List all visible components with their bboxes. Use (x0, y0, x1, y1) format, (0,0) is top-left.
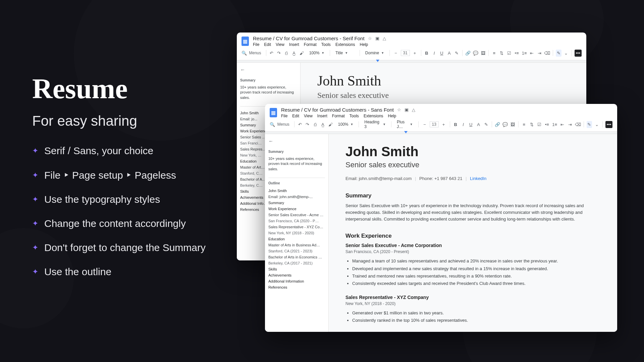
checklist-icon[interactable]: ☑ (537, 121, 542, 128)
line-spacing-icon[interactable]: ⇅ (529, 121, 535, 128)
spellcheck-icon[interactable]: A̲ (320, 121, 326, 128)
clear-format-icon[interactable]: ⌫ (544, 50, 550, 57)
checklist-icon[interactable]: ☑ (506, 50, 512, 57)
font-size-input[interactable]: 31 (401, 50, 410, 56)
font-select[interactable]: Plus J…▼ (394, 120, 416, 128)
outline-item[interactable]: Achievements (268, 272, 325, 278)
bold-icon[interactable]: B (453, 121, 459, 128)
dec-font-icon[interactable]: − (421, 121, 428, 128)
outline-item[interactable]: Additional Information (268, 278, 325, 284)
highlight-icon[interactable]: ✎ (483, 121, 489, 128)
bold-icon[interactable]: B (424, 50, 429, 57)
bulleted-list-icon[interactable]: •≡ (544, 121, 550, 128)
ruler[interactable] (237, 60, 586, 63)
outline-item[interactable]: References (268, 284, 325, 290)
clear-format-icon[interactable]: ⌫ (575, 121, 581, 128)
zoom-select[interactable]: 100%▼ (335, 120, 356, 128)
numbered-list-icon[interactable]: 1≡ (522, 50, 527, 57)
menu-view[interactable]: View (304, 114, 313, 118)
comment-icon[interactable]: 💬 (473, 50, 478, 57)
outline-item[interactable]: Work Experience (268, 206, 325, 212)
cloud-icon[interactable]: △ (412, 107, 415, 112)
menu-help[interactable]: Help (388, 114, 396, 118)
menu-view[interactable]: View (276, 42, 284, 47)
move-icon[interactable]: ▣ (405, 107, 409, 112)
undo-icon[interactable]: ↶ (269, 50, 274, 57)
menu-insert[interactable]: Insert (317, 114, 327, 118)
search-menus[interactable]: Menus (249, 51, 261, 55)
redo-icon[interactable]: ↷ (305, 121, 310, 128)
outline-item[interactable]: John Smith (268, 188, 325, 194)
undo-icon[interactable]: ↶ (297, 121, 303, 128)
back-icon[interactable]: ← (268, 138, 325, 144)
paint-icon[interactable]: 🖌 (328, 121, 333, 128)
indent-icon[interactable]: ⇥ (567, 121, 573, 128)
editing-mode-icon[interactable]: ✎ (556, 50, 561, 57)
back-icon[interactable]: ← (240, 67, 297, 72)
document-title[interactable]: Resume / CV for Gumroad Customers - Seri… (253, 36, 365, 41)
link-icon[interactable]: 🔗 (495, 121, 500, 128)
document-page[interactable]: John Smith Senior sales executive Email:… (329, 134, 617, 332)
zoom-select[interactable]: 100%▼ (307, 49, 327, 57)
style-select[interactable]: Heading 3▼ (362, 120, 388, 128)
menu-format[interactable]: Format (332, 114, 345, 118)
menu-format[interactable]: Format (304, 42, 317, 47)
paint-icon[interactable]: 🖌 (299, 50, 304, 57)
align-icon[interactable]: ≡ (491, 50, 497, 57)
google-docs-icon[interactable] (270, 108, 277, 117)
comment-icon[interactable]: 💬 (502, 121, 508, 128)
star-icon[interactable]: ☆ (368, 36, 372, 41)
outline-item[interactable]: Sales Representative - XYZ Co… (268, 224, 325, 230)
print-icon[interactable]: ⎙ (284, 50, 289, 57)
search-icon[interactable]: 🔍 (270, 121, 275, 128)
indent-icon[interactable]: ⇥ (537, 50, 542, 57)
inc-font-icon[interactable]: + (440, 121, 447, 128)
align-icon[interactable]: ≡ (521, 121, 527, 128)
text-color-icon[interactable]: A (446, 50, 452, 57)
outline-item[interactable]: Berkeley, CA (2017 - 2021) (268, 260, 325, 266)
font-select[interactable]: Domine▼ (363, 49, 387, 57)
menu-file[interactable]: File (253, 42, 259, 47)
underline-icon[interactable]: U (439, 50, 444, 57)
more-icon[interactable]: ••• (605, 121, 612, 128)
cloud-icon[interactable]: △ (383, 36, 386, 41)
menu-extensions[interactable]: Extensions (335, 42, 355, 47)
underline-icon[interactable]: U (468, 121, 474, 128)
font-size-input[interactable]: 13 (430, 121, 439, 127)
outdent-icon[interactable]: ⇤ (559, 121, 565, 128)
outline-item[interactable]: Email: john.smith@temp-... (268, 194, 325, 200)
numbered-list-icon[interactable]: 1≡ (552, 121, 557, 128)
text-color-icon[interactable]: A (476, 121, 481, 128)
search-menus[interactable]: Menus (277, 122, 289, 127)
google-docs-icon[interactable] (241, 37, 249, 46)
bulleted-list-icon[interactable]: •≡ (514, 50, 519, 57)
outdent-icon[interactable]: ⇤ (529, 50, 534, 57)
spellcheck-icon[interactable]: A̲ (291, 50, 297, 57)
outline-item[interactable]: Stanford, CA (2021 - 2023) (268, 248, 325, 254)
italic-icon[interactable]: I (461, 121, 466, 128)
move-icon[interactable]: ▣ (375, 36, 379, 41)
outline-item[interactable]: New York, NY (2018 - 2020) (268, 230, 325, 236)
menu-help[interactable]: Help (360, 42, 368, 47)
image-icon[interactable]: 🖼 (480, 50, 486, 57)
menu-edit[interactable]: Edit (264, 42, 271, 47)
redo-icon[interactable]: ↷ (276, 50, 282, 57)
outline-item[interactable]: Senior Sales Executive - Acme … (268, 212, 325, 218)
line-spacing-icon[interactable]: ⇅ (499, 50, 504, 57)
hide-menus-icon[interactable]: ⌄ (564, 50, 569, 57)
inc-font-icon[interactable]: + (411, 50, 418, 57)
dec-font-icon[interactable]: − (392, 50, 399, 57)
more-icon[interactable]: ••• (575, 50, 582, 57)
outline-item[interactable]: Education (268, 236, 325, 242)
hide-menus-icon[interactable]: ⌄ (594, 121, 600, 128)
image-icon[interactable]: 🖼 (510, 121, 516, 128)
outline-item[interactable]: Skills (268, 266, 325, 272)
outline-item[interactable]: Master of Arts in Business Ad… (268, 242, 325, 248)
ruler[interactable] (265, 132, 617, 134)
highlight-icon[interactable]: ✎ (454, 50, 460, 57)
outline-item[interactable]: Summary (268, 200, 325, 206)
link-icon[interactable]: 🔗 (465, 50, 471, 57)
star-icon[interactable]: ☆ (397, 107, 401, 112)
editing-mode-icon[interactable]: ✎ (587, 121, 592, 128)
outline-item[interactable]: San Francisco, CA (2020 - P… (268, 218, 325, 224)
